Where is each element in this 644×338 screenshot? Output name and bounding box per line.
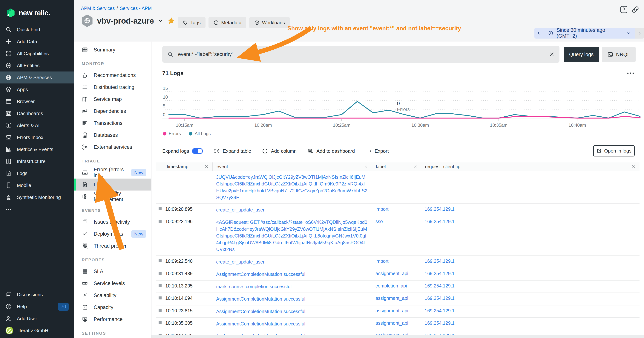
ip-link[interactable]: 169.254.129.1	[425, 258, 454, 264]
label-link[interactable]: assignment_api	[376, 320, 408, 326]
sidebar-footer-item-help[interactable]: Help70	[0, 300, 74, 312]
sidebar-item-all-entities[interactable]: All Entities	[0, 60, 74, 72]
subnav-item-service-map[interactable]: Service map	[74, 93, 151, 105]
sidebar-item-alerts-ai[interactable]: Alerts & AI	[0, 119, 74, 131]
time-range-picker[interactable]: Since 30 minutes ago (GMT+2)	[534, 28, 644, 39]
chart-options-menu-icon[interactable]	[626, 70, 635, 76]
event-link[interactable]: AssignmentCompletionMutation successful	[216, 296, 305, 301]
subnav-item-errors-errors-inb[interactable]: Errors (errors inb...New	[74, 167, 151, 179]
log-row[interactable]: 10:09:31.439AssignmentCompletionMutation…	[156, 268, 640, 280]
tags-button[interactable]: Tags	[178, 17, 206, 28]
workloads-button[interactable]: Workloads	[249, 17, 290, 28]
sidebar-footer-item-add-user[interactable]: Add User	[0, 312, 74, 324]
favorite-star-icon[interactable]	[167, 17, 176, 25]
sidebar-item-more[interactable]	[0, 203, 74, 215]
log-row[interactable]: JUQVU&code=eyJraWQiOiJjcGltY29yZV8wOTI1M…	[156, 171, 640, 204]
subnav-item-dependencies[interactable]: Dependencies	[74, 105, 151, 117]
event-link[interactable]: <ASGIRequest: GET '/sso/callback/?state=…	[216, 219, 367, 252]
metadata-button[interactable]: Metadata	[208, 17, 246, 28]
sidebar-item-logs[interactable]: Logs	[0, 167, 74, 179]
open-in-logs-button[interactable]: Open in logs	[593, 145, 635, 156]
add-to-dashboard-button[interactable]: Add to dashboard	[308, 148, 355, 154]
ip-link[interactable]: 169.254.129.1	[425, 271, 454, 276]
label-link[interactable]: assignment_api	[376, 271, 408, 276]
legend-item-errors[interactable]: Errors	[163, 131, 181, 136]
nrql-button[interactable]: NRQL	[602, 47, 636, 62]
subnav-item-databases[interactable]: Databases	[74, 129, 151, 141]
column-header-event[interactable]: event	[212, 162, 372, 171]
column-header-label[interactable]: label	[372, 162, 421, 171]
sidebar-item-apps[interactable]: Apps	[0, 84, 74, 96]
sidebar-item-metrics-events[interactable]: Metrics & Events	[0, 143, 74, 155]
subnav-item-recommendations[interactable]: Recommendations	[74, 69, 151, 81]
label-link[interactable]: import	[376, 258, 388, 264]
subnav-item-transactions[interactable]: Transactions	[74, 117, 151, 129]
subnav-item-thread-profiler[interactable]: Thread profiler	[74, 240, 151, 252]
label-link[interactable]: import	[376, 206, 388, 212]
ip-link[interactable]: 169.254.129.1	[425, 206, 454, 212]
subnav-item-vulnerability-management[interactable]: Vulnerability Management	[74, 191, 151, 202]
breadcrumb-link-apm-services[interactable]: APM & Services	[81, 6, 115, 11]
subnav-item-issues-activity[interactable]: Issues & activity	[74, 216, 151, 228]
subnav-item-summary[interactable]: Summary	[74, 44, 151, 56]
sidebar-item-synthetic-monitoring[interactable]: Synthetic Monitoring	[0, 191, 74, 203]
label-link[interactable]: assignment_api	[376, 295, 408, 301]
help-icon[interactable]	[620, 5, 628, 14]
time-range-next-button[interactable]	[636, 28, 644, 39]
event-link[interactable]: AssignmentCompletionMutation successful	[216, 271, 305, 277]
sidebar-item-errors-inbox[interactable]: Errors Inbox	[0, 131, 74, 143]
log-row[interactable]: 10:09:22.196<ASGIRequest: GET '/sso/call…	[156, 216, 640, 256]
event-link[interactable]: create_or_update_user	[216, 207, 264, 212]
label-link[interactable]: sso	[376, 219, 383, 224]
ip-link[interactable]: 169.254.129.1	[425, 320, 454, 326]
subnav-item-sla[interactable]: SLA	[74, 265, 151, 277]
subnav-item-performance[interactable]: Performance	[74, 313, 151, 325]
log-row[interactable]: 10:10:14.094AssignmentCompletionMutation…	[156, 293, 640, 305]
subnav-item-service-levels[interactable]: Service levels	[74, 277, 151, 289]
clear-query-icon[interactable]	[549, 52, 554, 57]
sidebar-item-all-capabilities[interactable]: All Capabilities	[0, 48, 74, 60]
subnav-item-deployments[interactable]: DeploymentsNew	[74, 228, 151, 240]
time-range-prev-button[interactable]	[534, 28, 544, 39]
sidebar-item-browser[interactable]: Browser	[0, 96, 74, 107]
new-relic-logo[interactable]: new relic.	[0, 0, 74, 24]
log-row[interactable]: 10:10:35.305AssignmentCompletionMutation…	[156, 318, 640, 330]
log-row[interactable]: 10:09:22.540create_or_update_userimport1…	[156, 256, 640, 268]
copy-link-icon[interactable]	[631, 5, 640, 14]
sidebar-footer-item-iterativ-gmbh[interactable]: Iterativ GmbH	[0, 324, 74, 336]
log-query-input[interactable]	[178, 51, 545, 58]
remove-column-icon[interactable]	[632, 165, 636, 169]
ip-link[interactable]: 169.254.129.1	[425, 308, 454, 313]
subnav-item-capacity[interactable]: Capacity	[74, 301, 151, 313]
log-row[interactable]: 10:09:20.895create_or_update_userimport1…	[156, 204, 640, 216]
sidebar-footer-item-discussions[interactable]: Discussions	[0, 289, 74, 300]
ip-link[interactable]: 169.254.129.1	[425, 295, 454, 301]
event-link[interactable]: create_or_update_user	[216, 259, 264, 264]
sidebar-item-mobile[interactable]: Mobile	[0, 179, 74, 191]
ip-link[interactable]: 169.254.129.1	[425, 219, 454, 224]
subnav-item-distributed-tracing[interactable]: Distributed tracing	[74, 81, 151, 93]
event-link[interactable]: mark_course_completion successful	[216, 284, 292, 289]
horizontal-scrollbar-track[interactable]	[152, 335, 644, 338]
entity-switcher-chevron-down-icon[interactable]	[158, 18, 163, 24]
add-column-button[interactable]: Add column	[262, 148, 296, 154]
column-header-timestamp[interactable]: timestamp	[156, 162, 212, 171]
sidebar-item-infrastructure[interactable]: Infrastructure	[0, 155, 74, 167]
export-button[interactable]: Export	[366, 148, 389, 154]
subnav-item-external-services[interactable]: External services	[74, 141, 151, 153]
ip-link[interactable]: 169.254.129.1	[425, 283, 454, 288]
subnav-item-scalability[interactable]: Scalability	[74, 289, 151, 301]
sidebar-item-quick-find[interactable]: Quick Find	[0, 24, 74, 36]
breadcrumb-link-services-apm[interactable]: Services - APM	[120, 6, 152, 11]
event-link[interactable]: AssignmentCompletionMutation successful	[216, 309, 305, 314]
log-row[interactable]: 10:10:13.235mark_course_completion succe…	[156, 280, 640, 293]
event-link[interactable]: AssignmentCompletionMutation successful	[216, 321, 305, 326]
sidebar-item-add-data[interactable]: Add Data	[0, 36, 74, 48]
remove-column-icon[interactable]	[364, 165, 368, 169]
expand-table-button[interactable]: Expand table	[214, 148, 251, 154]
time-range-value[interactable]: Since 30 minutes ago (GMT+2)	[544, 28, 636, 39]
label-link[interactable]: completion_api	[376, 283, 407, 288]
sidebar-item-dashboards[interactable]: Dashboards	[0, 107, 74, 119]
log-row[interactable]: 10:10:23.815AssignmentCompletionMutation…	[156, 305, 640, 318]
query-logs-button[interactable]: Query logs	[564, 47, 599, 62]
